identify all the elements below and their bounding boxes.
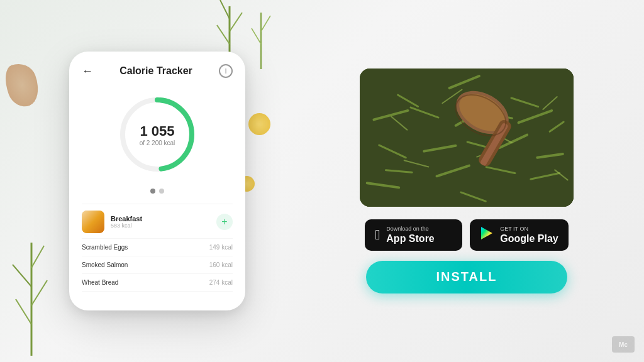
store-buttons:  Download on the App Store bbox=[365, 219, 568, 251]
svg-line-11 bbox=[31, 246, 44, 268]
phone-title: Calorie Tracker bbox=[119, 65, 192, 77]
food-list: Breakfast 583 kcal + Scrambled Eggs 149 … bbox=[82, 204, 233, 292]
calories-total: of 2 200 kcal bbox=[140, 140, 175, 146]
food-item-1: Smoked Salmon 160 kcal bbox=[82, 256, 233, 274]
svg-line-9 bbox=[31, 280, 47, 305]
food-category-breakfast: Breakfast 583 kcal + bbox=[82, 204, 233, 239]
progress-container: 1 055 of 2 200 kcal bbox=[82, 90, 233, 178]
googleplay-bottom-line: Google Play bbox=[500, 233, 558, 244]
install-button[interactable]: INSTALL bbox=[366, 261, 567, 293]
svg-marker-47 bbox=[481, 227, 492, 239]
pagination-dots bbox=[82, 189, 233, 194]
appstore-text: Download on the App Store bbox=[386, 226, 434, 244]
googleplay-top-line: GET IT ON bbox=[500, 226, 558, 233]
food-category-name: Breakfast bbox=[111, 215, 216, 222]
left-panel: ← Calorie Tracker i 1 055 of 2 200 kcal bbox=[0, 0, 289, 362]
appstore-button[interactable]:  Download on the App Store bbox=[365, 219, 462, 251]
food-category-info: Breakfast 583 kcal bbox=[111, 215, 216, 229]
food-item-2: Wheat Bread 274 kcal bbox=[82, 274, 233, 292]
food-item-name-2: Wheat Bread bbox=[82, 279, 118, 286]
deco-banana bbox=[0, 59, 44, 111]
svg-line-5 bbox=[252, 28, 261, 44]
food-item-kcal-2: 274 kcal bbox=[209, 279, 233, 286]
plant-top-far-right bbox=[245, 6, 277, 69]
food-item-0: Scrambled Eggs 149 kcal bbox=[82, 239, 233, 256]
appstore-bottom-line: App Store bbox=[386, 233, 434, 244]
apple-icon:  bbox=[375, 227, 380, 243]
svg-line-3 bbox=[220, 0, 230, 19]
install-label: INSTALL bbox=[436, 270, 497, 284]
svg-line-8 bbox=[16, 299, 31, 324]
info-icon[interactable]: i bbox=[219, 64, 233, 78]
dot-2 bbox=[159, 189, 164, 194]
svg-line-1 bbox=[217, 25, 230, 44]
googleplay-button[interactable]: GET IT ON Google Play bbox=[470, 219, 568, 251]
right-panel:  Download on the App Store bbox=[289, 0, 644, 362]
add-food-button[interactable]: + bbox=[216, 214, 233, 230]
food-category-image bbox=[82, 211, 104, 233]
plant-bottom-left bbox=[3, 230, 60, 356]
food-item-kcal-1: 160 kcal bbox=[209, 261, 233, 268]
food-item-name-1: Smoked Salmon bbox=[82, 261, 128, 268]
back-arrow[interactable]: ← bbox=[82, 65, 93, 78]
deco-circle-1 bbox=[248, 113, 270, 135]
dot-1 bbox=[150, 189, 155, 194]
food-category-kcal: 583 kcal bbox=[111, 222, 216, 229]
svg-line-10 bbox=[13, 265, 31, 287]
food-item-kcal-0: 149 kcal bbox=[209, 244, 233, 251]
svg-line-6 bbox=[261, 16, 270, 31]
progress-center: 1 055 of 2 200 kcal bbox=[140, 123, 175, 146]
progress-ring: 1 055 of 2 200 kcal bbox=[113, 90, 201, 178]
herb-image-inner bbox=[360, 69, 574, 207]
googleplay-icon bbox=[480, 226, 494, 243]
appstore-top-line: Download on the bbox=[386, 226, 434, 233]
googleplay-text: GET IT ON Google Play bbox=[500, 226, 558, 244]
watermark: Mc bbox=[612, 336, 635, 353]
calories-value: 1 055 bbox=[140, 123, 175, 140]
phone-mockup: ← Calorie Tracker i 1 055 of 2 200 kcal bbox=[69, 52, 245, 310]
svg-line-2 bbox=[230, 13, 242, 31]
herb-image bbox=[360, 69, 574, 207]
phone-header: ← Calorie Tracker i bbox=[82, 64, 233, 78]
food-item-name-0: Scrambled Eggs bbox=[82, 244, 128, 251]
